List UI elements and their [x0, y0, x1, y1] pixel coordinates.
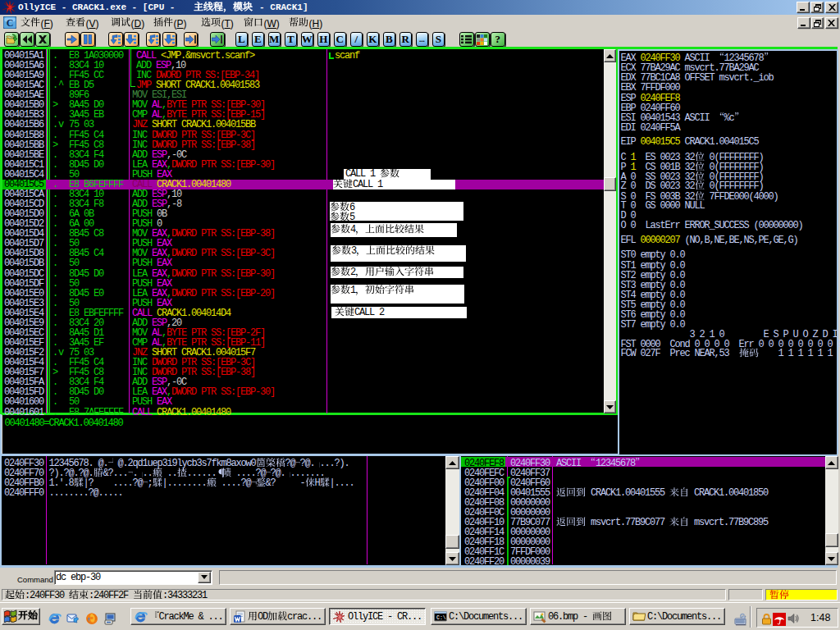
svg-text:C:\: C:\ [436, 615, 446, 621]
svg-text:C: C [7, 17, 14, 29]
